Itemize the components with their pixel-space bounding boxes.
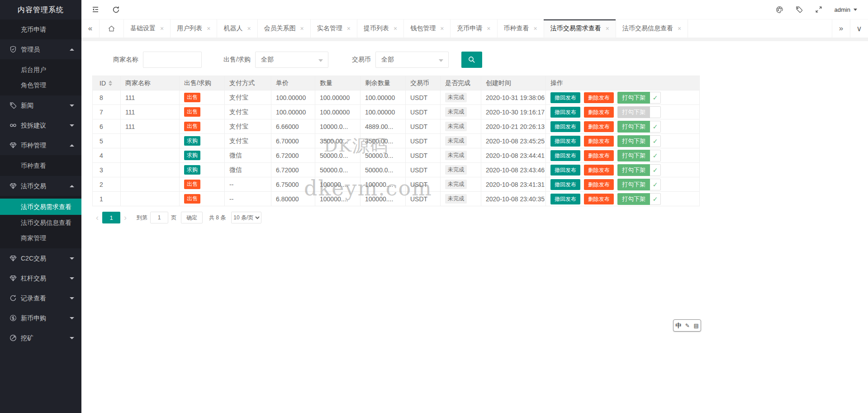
side-filter-select[interactable]: 全部 — [255, 52, 328, 68]
page-size-select[interactable]: 10 条/页 — [231, 212, 261, 223]
next-page-icon[interactable]: › — [120, 212, 130, 223]
sidebar-group[interactable]: 法币交易 — [0, 176, 81, 196]
sidebar-group[interactable]: C2C交易 — [0, 248, 81, 268]
sidebar-subitem-active[interactable]: 法币交易需求查看 — [0, 199, 81, 215]
tab[interactable]: 币种查看× — [498, 19, 544, 38]
tabs-scroll-left-icon[interactable]: « — [81, 19, 100, 38]
collapse-sidebar-icon[interactable] — [91, 5, 100, 14]
merchant-name-input[interactable] — [143, 52, 202, 68]
close-icon[interactable]: × — [487, 25, 490, 32]
take-down-control[interactable]: 打勾下架✓ — [617, 135, 661, 147]
sidebar-subitem[interactable]: 币种查看 — [0, 158, 81, 173]
close-icon[interactable]: × — [160, 25, 164, 32]
delete-publish-button[interactable]: 删除发布 — [584, 136, 614, 147]
take-down-button[interactable]: 打勾下架 — [617, 179, 650, 190]
tabs-menu-icon[interactable]: ∨ — [850, 19, 868, 38]
take-down-button[interactable]: 打勾下架 — [617, 121, 650, 133]
tab[interactable]: 法币交易需求查看× — [544, 19, 616, 38]
fullscreen-icon[interactable] — [815, 6, 822, 13]
sidebar-group[interactable]: 新币申购 — [0, 308, 81, 328]
take-down-checkbox[interactable]: ✓ — [650, 92, 661, 104]
sidebar-group[interactable]: 管理员 — [0, 39, 81, 59]
delete-publish-button[interactable]: 删除发布 — [584, 165, 614, 176]
recall-publish-button[interactable]: 撤回发布 — [550, 107, 580, 118]
delete-publish-button[interactable]: 删除发布 — [584, 107, 614, 118]
sidebar-subitem[interactable]: 后台用户 — [0, 62, 81, 77]
close-icon[interactable]: × — [440, 25, 444, 32]
ime-keyboard-icon[interactable]: ▤ — [693, 323, 698, 328]
delete-publish-button[interactable]: 删除发布 — [584, 179, 614, 190]
sidebar-subitem[interactable]: 商家管理 — [0, 230, 81, 246]
prev-page-icon[interactable]: ‹ — [92, 212, 102, 223]
take-down-control[interactable]: 打勾下架✓ — [617, 193, 661, 205]
recall-publish-button[interactable]: 撤回发布 — [550, 179, 580, 190]
delete-publish-button[interactable]: 删除发布 — [584, 121, 614, 132]
delete-publish-button[interactable]: 删除发布 — [584, 194, 614, 204]
confirm-page-button[interactable]: 确定 — [181, 212, 203, 223]
tab[interactable]: 基础设置× — [124, 19, 171, 38]
sidebar-group[interactable]: 杠杆交易 — [0, 268, 81, 288]
take-down-button[interactable]: 打勾下架 — [617, 106, 650, 118]
close-icon[interactable]: × — [534, 25, 537, 32]
ime-language-toggle[interactable]: 中 — [675, 323, 681, 328]
recall-publish-button[interactable]: 撤回发布 — [550, 92, 580, 103]
take-down-button[interactable]: 打勾下架 — [617, 193, 650, 205]
close-icon[interactable]: × — [678, 25, 681, 32]
recall-publish-button[interactable]: 撤回发布 — [550, 165, 580, 176]
recall-publish-button[interactable]: 撤回发布 — [550, 121, 580, 132]
sidebar-group[interactable]: 挖矿 — [0, 328, 81, 348]
delete-publish-button[interactable]: 删除发布 — [584, 92, 614, 103]
goto-page-input[interactable] — [150, 212, 168, 223]
take-down-checkbox[interactable]: ✓ — [650, 121, 661, 133]
ime-toolbar[interactable]: 中 ✎ ▤ — [673, 319, 701, 332]
take-down-button[interactable]: 打勾下架 — [617, 164, 650, 176]
refresh-icon[interactable] — [112, 6, 120, 14]
tabs-scroll-right-icon[interactable]: » — [832, 19, 850, 38]
recall-publish-button[interactable]: 撤回发布 — [550, 194, 580, 204]
sidebar-group[interactable]: 投拆建议 — [0, 115, 81, 135]
close-icon[interactable]: × — [300, 25, 304, 32]
tab[interactable]: 用户列表× — [171, 19, 217, 38]
sidebar-group[interactable]: 记录查看 — [0, 288, 81, 308]
take-down-control[interactable]: 打勾下架✓ — [617, 121, 661, 133]
take-down-checkbox[interactable]: ✓ — [650, 150, 661, 161]
close-icon[interactable]: × — [606, 25, 609, 32]
take-down-checkbox[interactable]: ✓ — [650, 179, 661, 190]
take-down-checkbox[interactable]: ✓ — [650, 135, 661, 147]
take-down-checkbox[interactable]: ✓ — [650, 164, 661, 176]
theme-palette-icon[interactable] — [776, 6, 783, 14]
close-icon[interactable]: × — [247, 25, 251, 32]
tab[interactable]: 钱包管理× — [404, 19, 451, 38]
close-icon[interactable]: × — [347, 25, 351, 32]
take-down-checkbox[interactable]: ✓ — [650, 193, 661, 205]
user-menu[interactable]: admin — [835, 6, 857, 13]
tag-note-icon[interactable] — [796, 6, 803, 13]
take-down-button[interactable]: 打勾下架 — [617, 135, 650, 147]
tab[interactable]: 机器人× — [217, 19, 257, 38]
sidebar-item[interactable]: 充币申请 — [0, 19, 81, 39]
take-down-control[interactable]: 打勾下架✓ — [617, 164, 661, 176]
tab[interactable]: 充币申请× — [451, 19, 497, 38]
close-icon[interactable]: × — [207, 25, 210, 32]
sort-icon[interactable] — [109, 81, 112, 86]
search-button[interactable] — [461, 52, 482, 68]
sidebar-subitem[interactable]: 角色管理 — [0, 77, 81, 93]
sidebar-group[interactable]: 币种管理 — [0, 135, 81, 155]
take-down-button[interactable]: 打勾下架 — [617, 150, 650, 161]
sidebar-subitem[interactable]: 法币交易信息查看 — [0, 215, 81, 230]
take-down-button[interactable]: 打勾下架 — [617, 92, 650, 104]
take-down-control[interactable]: 打勾下架 — [617, 106, 661, 118]
close-icon[interactable]: × — [394, 25, 397, 32]
coin-filter-select[interactable]: 全部 — [375, 52, 449, 68]
tab[interactable]: 提币列表× — [357, 19, 404, 38]
tab[interactable]: 法币交易信息查看× — [616, 19, 688, 38]
sidebar-group[interactable]: 新闻 — [0, 95, 81, 115]
take-down-control[interactable]: 打勾下架✓ — [617, 179, 661, 190]
take-down-control[interactable]: 打勾下架✓ — [617, 92, 661, 104]
take-down-checkbox[interactable] — [650, 106, 661, 118]
ime-pen-icon[interactable]: ✎ — [685, 323, 690, 328]
recall-publish-button[interactable]: 撤回发布 — [550, 150, 580, 161]
tab[interactable]: 实名管理× — [311, 19, 357, 38]
take-down-control[interactable]: 打勾下架✓ — [617, 150, 661, 161]
tab[interactable]: 会员关系图× — [258, 19, 311, 38]
